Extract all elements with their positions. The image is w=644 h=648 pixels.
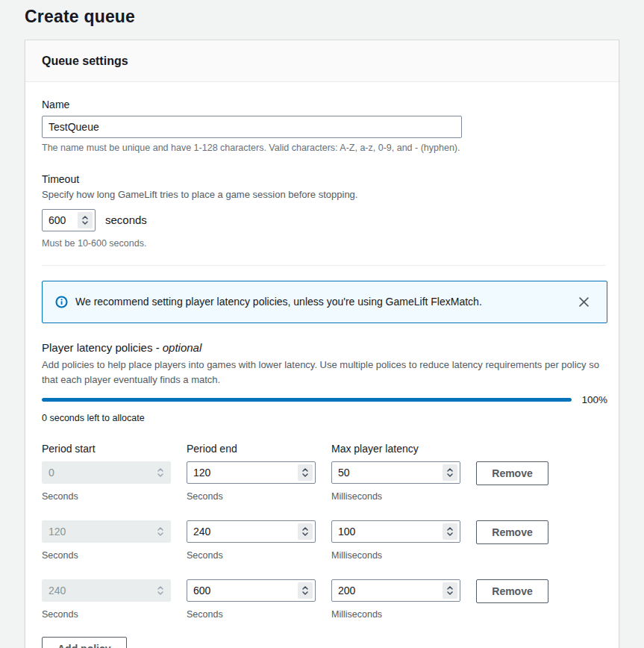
info-alert: We recommend setting player latency poli… bbox=[42, 281, 607, 323]
stepper-up-down-icon bbox=[153, 464, 168, 481]
timeout-input-row: seconds bbox=[42, 209, 606, 231]
panel-body: Name The name must be unique and have 1-… bbox=[25, 82, 619, 648]
period-end-field bbox=[187, 579, 316, 602]
page-title: Create queue bbox=[25, 7, 619, 27]
period-end-field bbox=[187, 520, 316, 543]
period-end-unit: Seconds bbox=[187, 550, 316, 561]
timeout-field-group: Timeout Specify how long GameLift tries … bbox=[42, 173, 606, 249]
name-input[interactable] bbox=[42, 116, 462, 138]
close-icon[interactable] bbox=[578, 296, 590, 308]
add-policy-button[interactable]: Add policy bbox=[42, 637, 127, 648]
latency-allocation-progress: 100% bbox=[42, 394, 607, 405]
policy-row bbox=[42, 520, 171, 543]
stepper-up-down-icon[interactable] bbox=[443, 464, 457, 481]
period-end-input[interactable] bbox=[187, 579, 316, 602]
max-latency-unit: Milliseconds bbox=[331, 491, 460, 502]
period-start-unit: Seconds bbox=[42, 609, 171, 620]
timeout-description: Specify how long GameLift tries to place… bbox=[42, 188, 606, 202]
latency-policies-grid: Period start Period end Max player laten… bbox=[42, 443, 606, 620]
create-queue-page: Create queue Queue settings Name The nam… bbox=[0, 0, 644, 648]
timeout-label: Timeout bbox=[42, 173, 606, 185]
period-start-input bbox=[42, 520, 171, 543]
stepper-up-down-icon[interactable] bbox=[443, 523, 457, 540]
progress-track bbox=[42, 398, 572, 402]
name-field-group: Name The name must be unique and have 1-… bbox=[42, 99, 606, 153]
panel-title: Queue settings bbox=[42, 54, 604, 68]
period-start-input bbox=[42, 461, 171, 484]
latency-title-text: Player latency policies bbox=[42, 341, 152, 354]
max-latency-input[interactable] bbox=[331, 579, 460, 602]
stepper-up-down-icon bbox=[153, 582, 168, 599]
progress-percent: 100% bbox=[581, 394, 607, 405]
max-latency-field bbox=[331, 520, 460, 543]
section-divider bbox=[42, 265, 606, 266]
period-end-unit: Seconds bbox=[187, 609, 316, 620]
remove-policy-button[interactable]: Remove bbox=[476, 520, 548, 544]
info-icon bbox=[55, 296, 68, 308]
stepper-up-down-icon[interactable] bbox=[298, 464, 313, 481]
max-latency-input[interactable] bbox=[331, 461, 460, 484]
latency-title-optional: - optional bbox=[156, 341, 202, 354]
timeout-unit: seconds bbox=[105, 214, 147, 226]
column-header-max-latency: Max player latency bbox=[331, 443, 460, 455]
queue-settings-panel: Queue settings Name The name must be uni… bbox=[25, 40, 619, 648]
policy-row bbox=[42, 579, 171, 602]
period-end-input[interactable] bbox=[187, 520, 316, 543]
column-header-period-start: Period start bbox=[42, 443, 171, 455]
progress-fill bbox=[42, 398, 572, 402]
name-constraint: The name must be unique and have 1-128 c… bbox=[42, 143, 606, 153]
remove-policy-button[interactable]: Remove bbox=[476, 461, 548, 485]
alert-message: We recommend setting player latency poli… bbox=[75, 296, 578, 308]
stepper-up-down-icon[interactable] bbox=[298, 582, 313, 599]
period-start-unit: Seconds bbox=[42, 491, 171, 502]
period-start-unit: Seconds bbox=[42, 550, 171, 561]
max-latency-field bbox=[331, 461, 460, 484]
stepper-up-down-icon bbox=[153, 523, 168, 540]
max-latency-unit: Milliseconds bbox=[331, 609, 460, 620]
period-end-input[interactable] bbox=[187, 461, 316, 484]
max-latency-input[interactable] bbox=[331, 520, 460, 543]
panel-header: Queue settings bbox=[25, 40, 619, 82]
stepper-up-down-icon[interactable] bbox=[298, 523, 313, 540]
max-latency-unit: Milliseconds bbox=[331, 550, 460, 561]
column-header-period-end: Period end bbox=[187, 443, 316, 455]
allocation-note: 0 seconds left to allocate bbox=[42, 413, 606, 423]
name-label: Name bbox=[42, 99, 606, 110]
timeout-constraint: Must be 10-600 seconds. bbox=[42, 238, 606, 249]
period-end-field bbox=[187, 461, 316, 484]
latency-section-description: Add policies to help place players into … bbox=[42, 358, 605, 387]
latency-section-title: Player latency policies - optional bbox=[42, 341, 606, 354]
stepper-up-down-icon[interactable] bbox=[443, 582, 457, 599]
stepper-up-down-icon[interactable] bbox=[78, 212, 93, 228]
period-start-input bbox=[42, 579, 171, 602]
max-latency-field bbox=[331, 579, 460, 602]
period-end-unit: Seconds bbox=[187, 491, 316, 502]
policy-row bbox=[42, 461, 171, 484]
remove-policy-button[interactable]: Remove bbox=[476, 579, 548, 603]
